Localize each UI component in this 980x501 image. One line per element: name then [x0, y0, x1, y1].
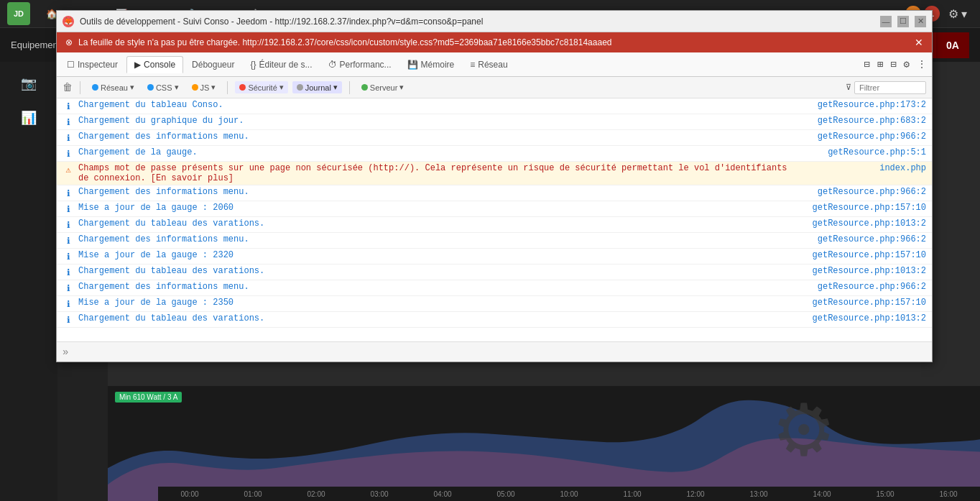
dock-bottom-icon[interactable]: ⊟ — [888, 56, 898, 73]
log-ref[interactable]: getResource.php:966:2 — [797, 187, 926, 197]
time-1500: 15:00 — [854, 490, 917, 498]
error-close-button[interactable]: ✕ — [915, 37, 923, 48]
minimize-button[interactable]: — — [880, 16, 892, 27]
devtools-window: 🦊 Outils de développement - Suivi Conso … — [56, 10, 933, 362]
log-ref[interactable]: getResource.php:5:1 — [797, 147, 926, 157]
filter-securite[interactable]: Sécurité ▾ — [235, 81, 287, 93]
log-info-icon: ℹ — [63, 133, 74, 144]
separator-1 — [80, 81, 80, 94]
filter-icon: ⊽ — [846, 83, 851, 92]
devtools-favicon: 🦊 — [63, 16, 74, 27]
tab-memory[interactable]: 💾 Mémoire — [400, 57, 462, 73]
chart-area: Min 610 Watt / 3 A ⚙ 00:00 01:00 02:00 0… — [108, 386, 980, 501]
tab-performance[interactable]: ⏱ Performanc... — [321, 57, 399, 73]
filter-css[interactable]: CSS ▾ — [143, 81, 183, 93]
log-text-warn: Champs mot de passe présents sur une pag… — [78, 163, 791, 183]
inspector-icon: ☐ — [67, 60, 75, 70]
log-ref[interactable]: getResource.php:157:10 — [797, 203, 926, 213]
devtools-titlebar: 🦊 Outils de développement - Suivi Conso … — [57, 11, 932, 32]
chart-svg — [108, 386, 980, 501]
maximize-button[interactable]: ☐ — [897, 16, 909, 27]
more-options-icon[interactable]: ⋮ — [915, 56, 929, 73]
log-row: ℹ Chargement du tableau Conso. getResour… — [57, 98, 932, 114]
log-ref[interactable]: getResource.php:157:10 — [797, 250, 926, 260]
time-1400: 14:00 — [790, 490, 854, 498]
network-icon: ≡ — [470, 60, 475, 70]
time-1100: 11:00 — [601, 490, 664, 498]
log-ref[interactable]: getResource.php:966:2 — [797, 234, 926, 244]
filter-journal[interactable]: Journal ▾ — [292, 81, 342, 93]
log-row: ℹ Mise a jour de la gauge : 2060 getReso… — [57, 201, 932, 217]
dock-right-icon[interactable]: ⊞ — [875, 56, 885, 73]
settings-icon[interactable]: ⚙ ▾ — [943, 4, 973, 24]
separator-3 — [349, 81, 350, 94]
log-text: Chargement des informations menu. — [78, 234, 791, 244]
log-warn-icon: ⚠ — [63, 165, 74, 175]
journal-dot — [297, 84, 303, 91]
log-text: Mise a jour de la gauge : 2320 — [78, 250, 791, 260]
log-row: ℹ Mise a jour de la gauge : 2320 getReso… — [57, 249, 932, 265]
log-ref[interactable]: getResource.php:683:2 — [797, 116, 926, 126]
dock-split-icon[interactable]: ⊟ — [861, 56, 872, 73]
log-ref[interactable]: getResource.php:157:10 — [797, 298, 926, 308]
settings-devtools-icon[interactable]: ⚙ — [902, 56, 912, 73]
log-info-icon: ℹ — [63, 236, 74, 247]
editor-icon: {} — [250, 60, 256, 70]
time-1600: 16:00 — [917, 490, 980, 498]
time-0200: 02:00 — [285, 490, 348, 498]
tab-inspector[interactable]: ☐ Inspecteur — [60, 57, 125, 73]
tab-editor[interactable]: {} Éditeur de s... — [243, 57, 319, 73]
sidebar-chart-icon[interactable]: 📊 — [13, 102, 45, 134]
log-ref[interactable]: index.php — [797, 163, 926, 173]
clear-console-icon[interactable]: 🗑 — [63, 82, 73, 93]
filter-js[interactable]: JS ▾ — [188, 81, 221, 93]
filter-input[interactable] — [854, 81, 926, 94]
log-text: Chargement du tableau des varations. — [78, 266, 791, 276]
log-row: ℹ Chargement de la gauge. getResource.ph… — [57, 146, 932, 162]
amp0-indicator: 0A — [938, 32, 969, 58]
filter-reseau[interactable]: Réseau ▾ — [88, 81, 139, 93]
log-info-icon: ℹ — [63, 220, 74, 231]
time-0300: 03:00 — [348, 490, 411, 498]
tab-network[interactable]: ≡ Réseau — [463, 57, 514, 73]
filter-area: ⊽ — [846, 81, 926, 94]
devtools-tabs: ☐ Inspecteur ▶ Console Débogueur {} Édit… — [57, 52, 932, 77]
log-text: Chargement des informations menu. — [78, 187, 791, 197]
log-info-icon: ℹ — [63, 315, 74, 326]
log-text: Mise a jour de la gauge : 2060 — [78, 203, 791, 213]
console-icon: ▶ — [134, 60, 141, 70]
log-ref[interactable]: getResource.php:966:2 — [797, 132, 926, 142]
close-button[interactable]: ✕ — [915, 16, 926, 27]
devtools-right-icons: ⊟ ⊞ ⊟ ⚙ ⋮ — [861, 56, 929, 73]
tab-console[interactable]: ▶ Console — [126, 56, 183, 73]
error-text: La feuille de style n'a pas pu être char… — [78, 37, 611, 47]
log-row-warning: ⚠ Champs mot de passe présents sur une p… — [57, 162, 932, 185]
console-log[interactable]: ℹ Chargement du tableau Conso. getResour… — [57, 98, 932, 341]
console-footer: » — [57, 341, 932, 362]
log-text: Chargement du tableau Conso. — [78, 100, 791, 110]
log-ref[interactable]: getResource.php:1013:2 — [797, 313, 926, 323]
log-info-icon: ℹ — [63, 149, 74, 160]
log-row: ℹ Chargement des informations menu. getR… — [57, 130, 932, 146]
log-ref[interactable]: getResource.php:173:2 — [797, 100, 926, 110]
log-ref[interactable]: getResource.php:1013:2 — [797, 219, 926, 229]
log-info-icon: ℹ — [63, 117, 74, 128]
tab-debugger[interactable]: Débogueur — [185, 57, 241, 73]
time-1300: 13:00 — [727, 490, 790, 498]
time-1000: 10:00 — [537, 490, 601, 498]
filter-serveur[interactable]: Serveur ▾ — [357, 81, 409, 93]
sidebar-camera-icon[interactable]: 📷 — [13, 68, 45, 99]
log-info-icon: ℹ — [63, 299, 74, 310]
log-ref[interactable]: getResource.php:1013:2 — [797, 266, 926, 276]
log-text: Chargement des informations menu. — [78, 282, 791, 292]
log-row: ℹ Chargement des informations menu. getR… — [57, 280, 932, 296]
time-0400: 04:00 — [411, 490, 474, 498]
log-row: ℹ Chargement du tableau des varations. g… — [57, 265, 932, 280]
log-info-icon: ℹ — [63, 204, 74, 215]
log-ref[interactable]: getResource.php:966:2 — [797, 282, 926, 292]
time-0100: 01:00 — [221, 490, 285, 498]
time-0500: 05:00 — [474, 490, 537, 498]
console-expand-icon[interactable]: » — [63, 346, 68, 358]
log-text: Chargement du graphique du jour. — [78, 116, 791, 126]
console-toolbar: 🗑 Réseau ▾ CSS ▾ JS ▾ Sécurité ▾ Journal… — [57, 77, 932, 98]
